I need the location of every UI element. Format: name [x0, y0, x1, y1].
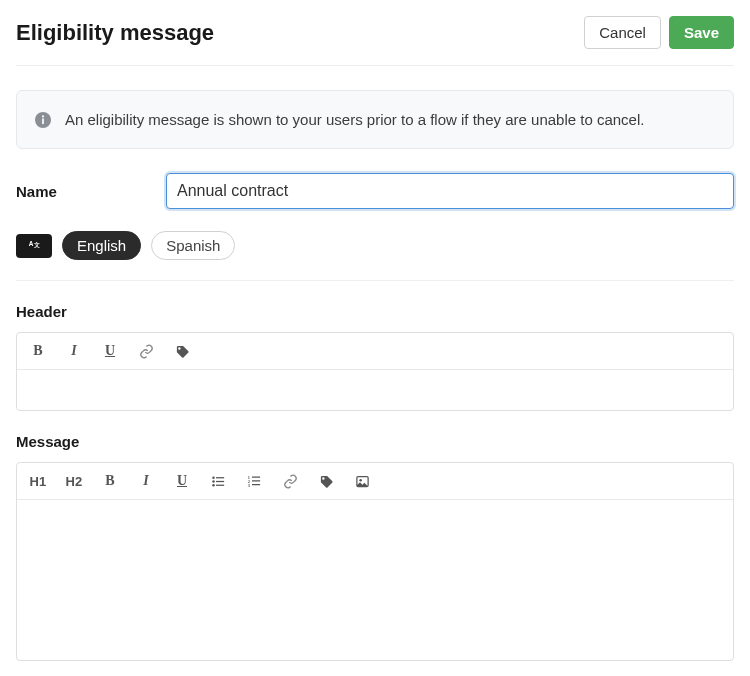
svg-point-5 [212, 476, 215, 479]
header-toolbar: B I U [17, 333, 733, 370]
tag-icon[interactable] [173, 341, 191, 361]
underline-icon[interactable]: U [101, 341, 119, 361]
svg-rect-8 [216, 480, 224, 481]
message-editor: H1 H2 B I U 123 [16, 462, 734, 661]
language-tab-english[interactable]: English [62, 231, 141, 260]
svg-point-9 [212, 484, 215, 487]
translate-icon: A 文 [16, 234, 52, 258]
message-toolbar: H1 H2 B I U 123 [17, 463, 733, 500]
italic-icon[interactable]: I [137, 471, 155, 491]
link-icon[interactable] [137, 341, 155, 361]
svg-rect-14 [252, 480, 260, 481]
bold-icon[interactable]: B [101, 471, 119, 491]
message-section-label: Message [16, 433, 734, 450]
name-input[interactable] [166, 173, 734, 209]
svg-text:A: A [29, 240, 34, 247]
h1-icon[interactable]: H1 [29, 471, 47, 491]
info-text: An eligibility message is shown to your … [65, 111, 644, 128]
bold-icon[interactable]: B [29, 341, 47, 361]
svg-text:文: 文 [33, 240, 40, 247]
svg-point-7 [212, 480, 215, 483]
name-label: Name [16, 183, 166, 200]
page-title: Eligibility message [16, 20, 214, 46]
image-icon[interactable] [353, 471, 371, 491]
header-editor: B I U [16, 332, 734, 411]
underline-icon[interactable]: U [173, 471, 191, 491]
save-button[interactable]: Save [669, 16, 734, 49]
svg-text:3: 3 [247, 482, 250, 487]
header-textarea[interactable] [17, 370, 733, 410]
info-banner: An eligibility message is shown to your … [16, 90, 734, 149]
header-section-label: Header [16, 303, 734, 320]
svg-point-2 [42, 115, 44, 117]
italic-icon[interactable]: I [65, 341, 83, 361]
svg-point-18 [359, 479, 362, 482]
h2-icon[interactable]: H2 [65, 471, 83, 491]
link-icon[interactable] [281, 471, 299, 491]
svg-rect-16 [252, 484, 260, 485]
bullet-list-icon[interactable] [209, 471, 227, 491]
svg-rect-12 [252, 476, 260, 477]
svg-rect-1 [42, 118, 44, 124]
numbered-list-icon[interactable]: 123 [245, 471, 263, 491]
svg-rect-6 [216, 477, 224, 478]
cancel-button[interactable]: Cancel [584, 16, 661, 49]
language-tab-spanish[interactable]: Spanish [151, 231, 235, 260]
tag-icon[interactable] [317, 471, 335, 491]
info-icon [35, 112, 51, 128]
message-textarea[interactable] [17, 500, 733, 660]
svg-rect-10 [216, 484, 224, 485]
